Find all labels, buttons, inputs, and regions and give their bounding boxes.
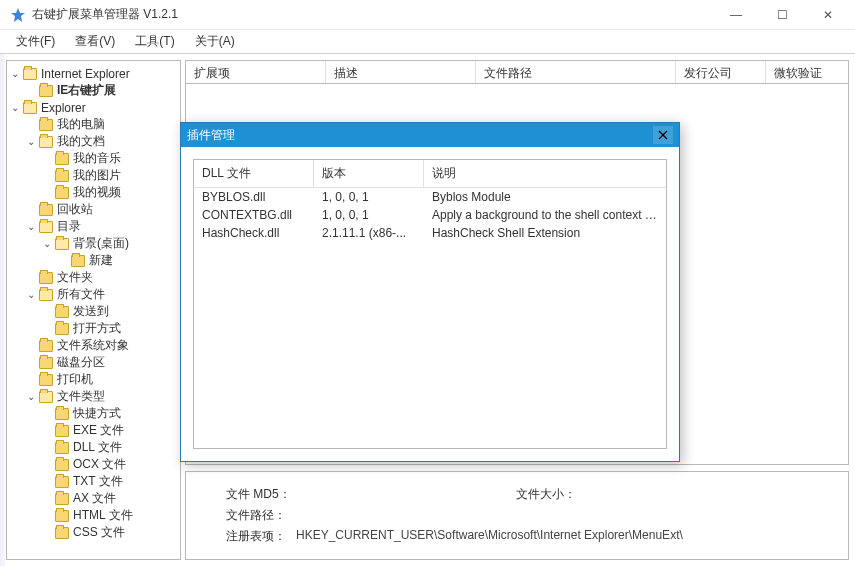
plugin-list[interactable]: DLL 文件 版本 说明 BYBLOS.dll1, 0, 0, 1Byblos … (193, 159, 667, 449)
folder-open-icon (55, 238, 69, 250)
extension-list-header: 扩展项 描述 文件路径 发行公司 微软验证 (185, 60, 849, 84)
cell-file: HashCheck.dll (194, 225, 314, 241)
label-registry: 注册表项： (226, 528, 296, 545)
folder-icon (39, 204, 53, 216)
details-panel: 文件 MD5： 文件大小： 文件路径： 注册表项： HKEY_CURRENT_U… (185, 471, 849, 560)
cell-version: 1, 0, 0, 1 (314, 207, 424, 223)
folder-icon (55, 442, 69, 454)
cell-file: BYBLOS.dll (194, 189, 314, 205)
value-registry: HKEY_CURRENT_USER\Software\Microsoft\Int… (296, 528, 808, 545)
chevron-down-icon[interactable]: ⌄ (25, 289, 37, 301)
folder-open-icon (39, 289, 53, 301)
label-path: 文件路径： (226, 507, 296, 524)
folder-open-icon (39, 221, 53, 233)
tree-node-printers[interactable]: 打印机 (25, 371, 178, 388)
folder-icon (55, 510, 69, 522)
col-dll-file[interactable]: DLL 文件 (194, 160, 314, 187)
folder-icon (55, 187, 69, 199)
tree-node-background[interactable]: ⌄背景(桌面) (41, 235, 178, 252)
menu-about[interactable]: 关于(A) (185, 31, 245, 52)
cell-version: 1, 0, 0, 1 (314, 189, 424, 205)
tree-node-directory[interactable]: ⌄目录 (25, 218, 178, 235)
col-path[interactable]: 文件路径 (476, 61, 676, 83)
cell-desc: Byblos Module (424, 189, 666, 205)
col-description[interactable]: 描述 (326, 61, 476, 83)
tree-node-my-docs[interactable]: ⌄我的文档 (25, 133, 178, 150)
menu-tools[interactable]: 工具(T) (125, 31, 184, 52)
tree-node-css[interactable]: CSS 文件 (41, 524, 178, 541)
title-bar: 右键扩展菜单管理器 V1.2.1 — ☐ ✕ (0, 0, 855, 30)
menu-file[interactable]: 文件(F) (6, 31, 65, 52)
folder-open-icon (39, 136, 53, 148)
folder-open-icon (23, 68, 37, 80)
app-icon (10, 7, 26, 23)
chevron-down-icon[interactable]: ⌄ (25, 391, 37, 403)
plugin-list-header: DLL 文件 版本 说明 (194, 160, 666, 188)
close-button[interactable]: ✕ (805, 0, 851, 30)
folder-icon (55, 306, 69, 318)
chevron-down-icon[interactable]: ⌄ (25, 136, 37, 148)
plugin-row[interactable]: CONTEXTBG.dll1, 0, 0, 1Apply a backgroun… (194, 206, 666, 224)
tree-node-exe[interactable]: EXE 文件 (41, 422, 178, 439)
folder-icon (55, 408, 69, 420)
tree-node-html[interactable]: HTML 文件 (41, 507, 178, 524)
plugin-row[interactable]: HashCheck.dll2.1.11.1 (x86-...HashCheck … (194, 224, 666, 242)
tree-node-file-types[interactable]: ⌄文件类型 (25, 388, 178, 405)
tree-node-ax[interactable]: AX 文件 (41, 490, 178, 507)
tree-node-ie-ext[interactable]: IE右键扩展 (25, 82, 178, 99)
col-desc[interactable]: 说明 (424, 160, 666, 187)
plugin-manager-dialog: 插件管理 DLL 文件 版本 说明 BYBLOS.dll1, 0, 0, 1By… (180, 122, 680, 462)
tree-node-new[interactable]: 新建 (57, 252, 178, 269)
folder-icon (55, 493, 69, 505)
tree-node-partitions[interactable]: 磁盘分区 (25, 354, 178, 371)
cell-version: 2.1.11.1 (x86-... (314, 225, 424, 241)
folder-open-icon (23, 102, 37, 114)
chevron-down-icon[interactable]: ⌄ (25, 221, 37, 233)
close-icon (658, 130, 668, 140)
folder-icon (55, 170, 69, 182)
window-title: 右键扩展菜单管理器 V1.2.1 (32, 6, 713, 23)
label-md5: 文件 MD5： (226, 486, 296, 503)
maximize-button[interactable]: ☐ (759, 0, 805, 30)
folder-icon (55, 425, 69, 437)
svg-marker-0 (11, 8, 25, 22)
col-extension[interactable]: 扩展项 (186, 61, 326, 83)
tree-node-explorer[interactable]: ⌄Explorer (9, 99, 178, 116)
folder-icon (55, 153, 69, 165)
tree-node-my-pic[interactable]: 我的图片 (41, 167, 178, 184)
tree-node-shortcut[interactable]: 快捷方式 (41, 405, 178, 422)
chevron-down-icon[interactable]: ⌄ (41, 238, 53, 250)
menu-view[interactable]: 查看(V) (65, 31, 125, 52)
dialog-close-button[interactable] (653, 126, 673, 144)
col-msverify[interactable]: 微软验证 (766, 61, 848, 83)
tree-node-txt[interactable]: TXT 文件 (41, 473, 178, 490)
tree-node-dll[interactable]: DLL 文件 (41, 439, 178, 456)
tree-node-folders[interactable]: 文件夹 (25, 269, 178, 286)
cell-desc: HashCheck Shell Extension (424, 225, 666, 241)
plugin-row[interactable]: BYBLOS.dll1, 0, 0, 1Byblos Module (194, 188, 666, 206)
tree-node-recycle[interactable]: 回收站 (25, 201, 178, 218)
folder-icon (55, 323, 69, 335)
col-version[interactable]: 版本 (314, 160, 424, 187)
folder-icon (71, 255, 85, 267)
tree-node-fs-objects[interactable]: 文件系统对象 (25, 337, 178, 354)
dialog-title-bar[interactable]: 插件管理 (181, 123, 679, 147)
cell-desc: Apply a background to the shell context … (424, 207, 666, 223)
tree-node-ocx[interactable]: OCX 文件 (41, 456, 178, 473)
col-publisher[interactable]: 发行公司 (676, 61, 766, 83)
chevron-down-icon[interactable]: ⌄ (9, 102, 21, 114)
tree-node-send-to[interactable]: 发送到 (41, 303, 178, 320)
tree-node-my-computer[interactable]: 我的电脑 (25, 116, 178, 133)
tree-node-ie[interactable]: ⌄Internet Explorer (9, 65, 178, 82)
folder-icon (39, 340, 53, 352)
folder-icon (55, 459, 69, 471)
tree-node-all-files[interactable]: ⌄所有文件 (25, 286, 178, 303)
tree-node-my-video[interactable]: 我的视频 (41, 184, 178, 201)
folder-icon (39, 272, 53, 284)
folder-icon (39, 357, 53, 369)
category-tree[interactable]: ⌄Internet Explorer IE右键扩展 ⌄Explorer 我的电脑… (6, 60, 181, 560)
minimize-button[interactable]: — (713, 0, 759, 30)
tree-node-my-music[interactable]: 我的音乐 (41, 150, 178, 167)
chevron-down-icon[interactable]: ⌄ (9, 68, 21, 80)
tree-node-open-with[interactable]: 打开方式 (41, 320, 178, 337)
